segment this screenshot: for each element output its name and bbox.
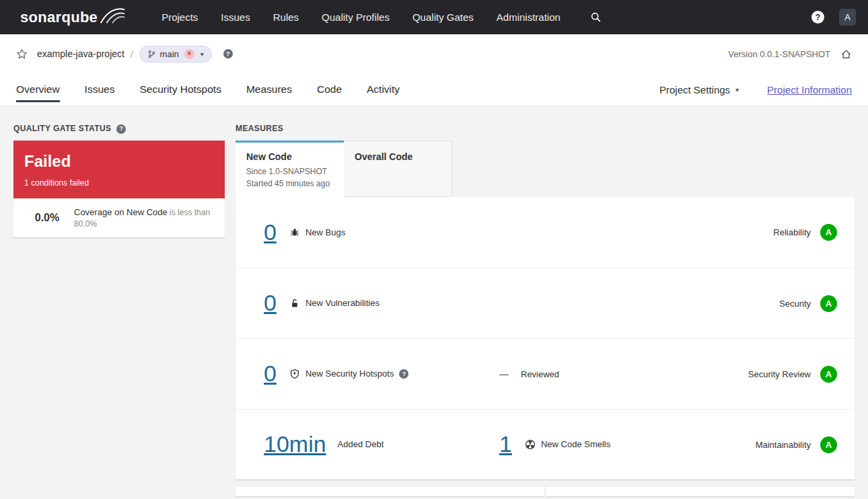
quality-gate-failed-banner: Failed 1 conditions failed	[13, 141, 225, 198]
tab-measures[interactable]: Measures	[246, 73, 292, 106]
tab-overall-code[interactable]: Overall Code	[344, 141, 452, 197]
coverage-card-stub	[236, 487, 544, 496]
breadcrumb-right-group: Version 0.0.1-SNAPSHOT	[728, 48, 852, 60]
new-vulnerabilities-count-link[interactable]: 0	[264, 291, 277, 315]
branch-icon	[147, 50, 156, 59]
help-icon[interactable]: ?	[811, 11, 824, 24]
nav-item-rules[interactable]: Rules	[273, 11, 299, 23]
added-debt-group: 10min Added Debt	[264, 432, 499, 457]
new-code-since: Since 1.0-SNAPSHOT	[246, 167, 333, 176]
breadcrumb: example-java-project / main × ▾ ? Versio…	[16, 34, 852, 73]
security-review-rating-badge[interactable]: A	[820, 366, 837, 383]
measures-heading: MEASURES	[236, 124, 855, 134]
overview-content: QUALITY GATE STATUS ? Failed 1 condition…	[0, 106, 868, 496]
sonarqube-swoosh-icon	[100, 7, 125, 24]
quality-gate-status: Failed	[24, 153, 214, 170]
new-bugs-label: New Bugs	[305, 227, 345, 237]
nav-item-projects[interactable]: Projects	[161, 11, 198, 23]
chevron-down-icon[interactable]: ▾	[201, 50, 204, 58]
reliability-category-label: Reliability	[773, 227, 811, 237]
project-name-link[interactable]: example-java-project	[37, 48, 124, 59]
security-hotspot-shield-icon	[289, 369, 300, 379]
project-version: Version 0.0.1-SNAPSHOT	[728, 49, 830, 59]
maintainability-category-label: Maintainability	[756, 440, 811, 450]
condition-metric-link[interactable]: Coverage on New Code	[74, 207, 168, 217]
new-security-hotspots-label: New Security Hotspots	[305, 369, 394, 379]
security-rating-badge[interactable]: A	[820, 295, 837, 312]
code-smell-icon	[525, 439, 536, 450]
tab-bar-right-group: Project Settings ▾ Project Information	[659, 84, 852, 95]
favorite-star-icon[interactable]	[16, 48, 28, 60]
code-smells-group: 1 New Code Smells	[499, 432, 756, 457]
new-code-smells-label: New Code Smells	[541, 439, 610, 449]
overall-code-tab-label: Overall Code	[355, 151, 441, 163]
measure-row-security: 0 New Vulnerabilities Security A	[236, 268, 855, 338]
measure-row-maintainability: 10min Added Debt 1 New Code Smells	[236, 409, 855, 479]
vulnerability-lock-icon	[289, 298, 300, 309]
new-vulnerabilities-label: New Vulnerabilities	[305, 298, 379, 308]
hotspots-help-icon[interactable]: ?	[399, 369, 408, 379]
new-code-started: Started 45 minutes ago	[246, 179, 333, 188]
reliability-rating-badge[interactable]: A	[820, 224, 837, 241]
measures-heading-label: MEASURES	[236, 124, 283, 134]
project-settings-label: Project Settings	[659, 84, 730, 95]
nav-item-issues[interactable]: Issues	[221, 11, 250, 23]
nav-item-administration[interactable]: Administration	[497, 11, 560, 23]
measure-row-security-review: 0 New Security Hotspots ? — Reviewed	[236, 338, 855, 409]
security-review-category-label: Security Review	[748, 369, 811, 379]
brand-wordmark: sonarqube	[20, 9, 98, 26]
top-navigation-bar: sonarqube Projects Issues Rules Quality …	[0, 0, 868, 34]
project-information-link[interactable]: Project Information	[767, 84, 852, 95]
quality-gate-heading-label: QUALITY GATE STATUS	[13, 124, 111, 134]
reliability-rating-group: Reliability A	[773, 224, 837, 241]
main-nav: Projects Issues Rules Quality Profiles Q…	[161, 11, 560, 23]
home-icon[interactable]	[840, 48, 852, 60]
project-settings-dropdown[interactable]: Project Settings ▾	[659, 84, 739, 95]
tab-code[interactable]: Code	[317, 73, 342, 106]
topnav-right-group: ? A	[811, 9, 856, 26]
new-bugs-count-link[interactable]: 0	[264, 220, 277, 245]
bug-icon	[289, 227, 300, 237]
quality-gate-heading: QUALITY GATE STATUS ?	[13, 124, 225, 134]
tab-issues[interactable]: Issues	[85, 73, 115, 106]
quality-gate-help-icon[interactable]: ?	[116, 124, 126, 134]
quality-gate-section: QUALITY GATE STATUS ? Failed 1 condition…	[13, 124, 225, 496]
branch-quality-gate-failed-icon: ×	[184, 49, 194, 59]
tab-new-code[interactable]: New Code Since 1.0-SNAPSHOT Started 45 m…	[236, 141, 344, 197]
branch-help-icon[interactable]: ?	[223, 49, 233, 59]
branch-selector[interactable]: main × ▾	[139, 46, 212, 63]
reviewed-label: Reviewed	[521, 369, 559, 379]
project-tab-bar: Overview Issues Security Hotspots Measur…	[16, 73, 852, 106]
breadcrumb-separator: /	[131, 49, 133, 59]
tab-security-hotspots[interactable]: Security Hotspots	[139, 73, 221, 106]
next-measure-cards	[236, 487, 855, 496]
duplications-card-stub	[546, 487, 855, 496]
nav-item-quality-profiles[interactable]: Quality Profiles	[322, 11, 390, 23]
condition-value: 0.0%	[23, 212, 71, 224]
tab-overview[interactable]: Overview	[16, 73, 60, 106]
maintainability-rating-group: Maintainability A	[756, 436, 837, 453]
security-category-label: Security	[779, 299, 811, 309]
new-code-tab-label: New Code	[246, 151, 333, 163]
quality-gate-condition-row: 0.0% Coverage on New Code is less than 8…	[13, 198, 225, 237]
condition-description: Coverage on New Code is less than 80.0%	[71, 206, 215, 229]
new-code-smells-count-link[interactable]: 1	[499, 432, 512, 457]
measures-panel: 0 New Bugs Reliability A	[236, 197, 855, 479]
new-security-hotspots-count-link[interactable]: 0	[264, 361, 277, 386]
nav-item-quality-gates[interactable]: Quality Gates	[412, 11, 474, 23]
search-icon[interactable]	[590, 11, 602, 23]
maintainability-rating-badge[interactable]: A	[820, 436, 837, 453]
sonarqube-logo[interactable]: sonarqube	[20, 9, 125, 26]
measures-tab-bar: New Code Since 1.0-SNAPSHOT Started 45 m…	[236, 141, 855, 197]
hotspots-measure-group: 0 New Security Hotspots ?	[264, 361, 499, 386]
added-debt-link[interactable]: 10min	[264, 432, 326, 457]
quality-gate-conditions-summary: 1 conditions failed	[24, 178, 214, 188]
reliability-measure-group: 0 New Bugs	[264, 220, 499, 245]
security-rating-group: Security A	[779, 295, 837, 312]
tab-activity[interactable]: Activity	[367, 73, 400, 106]
security-measure-group: 0 New Vulnerabilities	[264, 291, 499, 315]
user-avatar[interactable]: A	[839, 9, 856, 26]
quality-gate-status-card: Failed 1 conditions failed 0.0% Coverage…	[13, 141, 225, 237]
project-header: example-java-project / main × ▾ ? Versio…	[0, 34, 868, 106]
measure-row-reliability: 0 New Bugs Reliability A	[236, 197, 855, 268]
